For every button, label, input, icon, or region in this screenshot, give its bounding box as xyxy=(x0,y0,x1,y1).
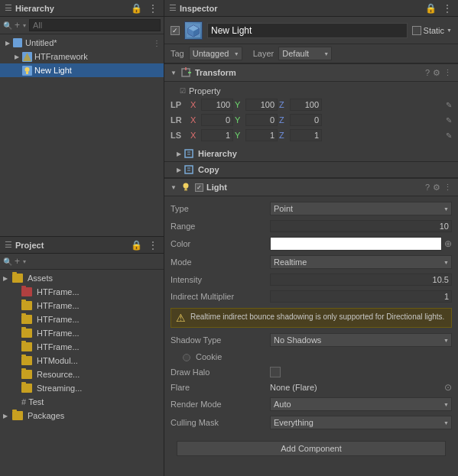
hierarchy-tree: ▶ Untitled* ⋮ ▶ HTFr xyxy=(0,34,164,236)
ls-z-input[interactable] xyxy=(290,129,322,141)
lr-axis-group: X Y Z xyxy=(190,114,443,126)
warning-text: Realtime indirect bounce shadowing is on… xyxy=(190,312,444,322)
arrow-icon[interactable]: ▾ xyxy=(23,22,26,29)
warning-icon: ⚠ xyxy=(176,312,186,324)
light-overflow-icon[interactable]: ⋮ xyxy=(443,183,452,193)
object-name-input[interactable] xyxy=(207,23,408,38)
light-tree-icon xyxy=(21,65,32,76)
add-component-button[interactable]: Add Component xyxy=(177,441,446,456)
transform-settings-icon[interactable]: ⚙ xyxy=(433,68,440,78)
intensity-input[interactable] xyxy=(270,274,452,286)
untitled-menu-icon[interactable]: ⋮ xyxy=(153,39,161,47)
object-active-checkbox[interactable]: ✓ xyxy=(171,26,180,35)
folder-label-resource: Resource... xyxy=(37,370,80,379)
project-arrow-icon[interactable]: ▾ xyxy=(23,258,26,265)
flare-value: None (Flare) xyxy=(270,383,444,392)
intensity-row: Intensity xyxy=(164,271,458,288)
render-mode-dropdown[interactable]: Auto xyxy=(270,397,452,411)
project-lock-icon[interactable]: 🔒 xyxy=(129,240,144,251)
ht-arrow: ▶ xyxy=(12,53,21,60)
light-active-checkbox[interactable]: ✓ xyxy=(195,183,203,192)
folder-htframe-red[interactable]: HTFrame... xyxy=(0,285,164,299)
ls-axis-group: X Y Z xyxy=(190,129,443,141)
ht-icon xyxy=(21,51,32,62)
folder-streaming[interactable]: Streaming... xyxy=(0,381,164,395)
lr-z-input[interactable] xyxy=(290,114,322,126)
mode-dropdown[interactable]: Realtime xyxy=(270,255,452,269)
folder-packages[interactable]: ▶ Packages xyxy=(0,409,164,423)
ls-x-axis: X xyxy=(190,131,200,140)
folder-htframe-2[interactable]: HTFrame... xyxy=(0,299,164,312)
copy-subsection[interactable]: ▶ Copy xyxy=(164,162,458,178)
folder-htframe-5[interactable]: HTFrame... xyxy=(0,340,164,354)
folder-label-htmodul: HTModul... xyxy=(37,356,78,365)
project-more-icon[interactable]: ⋮ xyxy=(147,240,159,251)
transform-icon xyxy=(180,66,192,79)
light-settings-icon[interactable]: ⚙ xyxy=(433,183,440,193)
project-plus-icon[interactable]: + xyxy=(15,256,20,267)
lp-z-axis: Z xyxy=(279,100,288,109)
tag-dropdown[interactable]: Untagged xyxy=(189,47,242,60)
inspector-lock-icon[interactable]: 🔒 xyxy=(424,3,438,14)
tree-item-untitled[interactable]: ▶ Untitled* ⋮ xyxy=(0,36,164,50)
type-dropdown[interactable]: Point xyxy=(270,202,452,215)
hierarchy-search-input[interactable] xyxy=(29,19,161,31)
hierarchy-drag-icon: ☰ xyxy=(5,3,12,13)
lr-y-input[interactable] xyxy=(245,114,278,126)
culling-mask-label: Culling Mask xyxy=(171,418,270,427)
ls-edit-icon[interactable]: ✎ xyxy=(446,131,452,140)
folder-htframe-3[interactable]: HTFrame... xyxy=(0,312,164,326)
draw-halo-checkbox[interactable] xyxy=(270,367,281,377)
cookie-label: Cookie xyxy=(171,352,270,361)
lp-axis-group: X Y Z xyxy=(190,99,443,111)
indirect-input[interactable] xyxy=(270,290,452,303)
transform-title: Transform xyxy=(195,68,425,77)
hierarchy-subsection[interactable]: ▶ Hierarchy xyxy=(164,146,458,162)
color-field[interactable] xyxy=(270,237,442,251)
range-input[interactable] xyxy=(270,220,452,232)
folder-htmodul[interactable]: HTModul... xyxy=(0,354,164,368)
lp-y-input[interactable] xyxy=(245,99,278,111)
tree-item-htframework[interactable]: ▶ HTFramework xyxy=(0,50,164,63)
folder-htframe-4[interactable]: HTFrame... xyxy=(0,326,164,340)
layer-dropdown[interactable]: Default xyxy=(278,47,332,60)
static-dropdown-arrow[interactable]: ▼ xyxy=(447,28,452,33)
ls-y-input[interactable] xyxy=(245,129,278,141)
property-checkbox[interactable]: ☑ xyxy=(180,87,186,95)
folder-assets[interactable]: ▶ Assets xyxy=(0,271,164,285)
flare-pick-icon[interactable]: ⊙ xyxy=(444,382,452,393)
lp-edit-icon[interactable]: ✎ xyxy=(446,101,452,109)
culling-mask-dropdown[interactable]: Everything xyxy=(270,416,452,429)
light-section-header[interactable]: ▼ ✓ Light ? ⚙ ⋮ xyxy=(164,178,458,196)
lp-x-input[interactable] xyxy=(201,99,233,111)
copy-sub-label: Copy xyxy=(198,165,219,174)
transform-help-icon[interactable]: ? xyxy=(425,68,430,78)
lp-z-input[interactable] xyxy=(290,99,322,111)
ls-x-input[interactable] xyxy=(201,129,233,141)
static-checkbox[interactable] xyxy=(412,26,421,35)
transform-section-header[interactable]: ▼ Transform ? ⚙ ⋮ xyxy=(164,63,458,82)
inspector-title: Inspector xyxy=(180,4,421,13)
lr-x-input[interactable] xyxy=(201,114,233,126)
transform-overflow-icon[interactable]: ⋮ xyxy=(443,68,452,78)
plus-icon[interactable]: + xyxy=(15,20,20,31)
inspector-more-icon[interactable]: ⋮ xyxy=(441,3,453,14)
color-picker-icon[interactable]: ⊕ xyxy=(444,238,452,249)
lr-edit-icon[interactable]: ✎ xyxy=(446,116,452,125)
shadow-type-dropdown[interactable]: No Shadows xyxy=(270,333,452,347)
hierarchy-lock-icon[interactable]: 🔒 xyxy=(129,3,144,14)
object-icon xyxy=(184,21,203,40)
folder-resource[interactable]: Resource... xyxy=(0,368,164,381)
lr-row: LR X Y Z ✎ xyxy=(164,112,458,128)
htframe3-icon xyxy=(21,315,32,324)
cookie-radio[interactable] xyxy=(183,354,190,361)
lp-label: LP xyxy=(171,100,190,109)
folder-label-htframe5: HTFrame... xyxy=(37,342,80,351)
light-help-icon[interactable]: ? xyxy=(425,183,430,193)
folder-test[interactable]: # Test xyxy=(0,395,164,409)
htframe2-icon xyxy=(21,301,32,310)
hierarchy-more-icon[interactable]: ⋮ xyxy=(147,3,159,14)
ls-label: LS xyxy=(171,131,190,140)
transform-actions: ? ⚙ ⋮ xyxy=(425,68,452,78)
tree-item-newlight[interactable]: New Light xyxy=(0,63,164,77)
